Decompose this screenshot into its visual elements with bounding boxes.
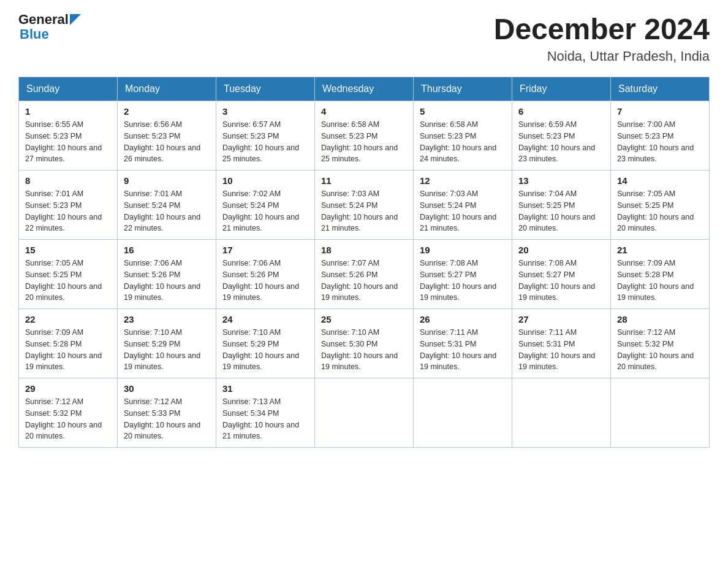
day-number: 11 xyxy=(321,175,407,186)
calendar-day-cell xyxy=(414,378,512,448)
day-number: 19 xyxy=(420,245,506,255)
day-number: 21 xyxy=(617,245,703,255)
day-info: Sunrise: 7:01 AMSunset: 5:24 PMDaylight:… xyxy=(124,188,210,234)
day-of-week-header: Thursday xyxy=(414,77,512,101)
day-info: Sunrise: 7:07 AMSunset: 5:26 PMDaylight:… xyxy=(321,258,407,304)
calendar-day-cell: 4Sunrise: 6:58 AMSunset: 5:23 PMDaylight… xyxy=(315,101,414,170)
day-number: 10 xyxy=(222,175,308,186)
day-info: Sunrise: 6:59 AMSunset: 5:23 PMDaylight:… xyxy=(518,119,604,165)
calendar-body: 1Sunrise: 6:55 AMSunset: 5:23 PMDaylight… xyxy=(19,101,710,448)
svg-marker-0 xyxy=(70,14,81,25)
calendar-day-cell: 24Sunrise: 7:10 AMSunset: 5:29 PMDayligh… xyxy=(216,309,315,378)
calendar-day-cell: 21Sunrise: 7:09 AMSunset: 5:28 PMDayligh… xyxy=(611,240,710,309)
calendar-day-cell: 17Sunrise: 7:06 AMSunset: 5:26 PMDayligh… xyxy=(216,240,315,309)
day-of-week-header: Saturday xyxy=(611,77,710,101)
day-number: 4 xyxy=(321,106,407,117)
day-number: 16 xyxy=(124,245,210,255)
calendar-week-row: 29Sunrise: 7:12 AMSunset: 5:32 PMDayligh… xyxy=(19,378,710,448)
calendar-week-row: 22Sunrise: 7:09 AMSunset: 5:28 PMDayligh… xyxy=(19,309,710,378)
logo-general: General xyxy=(18,12,69,27)
day-info: Sunrise: 7:03 AMSunset: 5:24 PMDaylight:… xyxy=(420,188,506,234)
calendar-day-cell: 31Sunrise: 7:13 AMSunset: 5:34 PMDayligh… xyxy=(216,378,315,448)
calendar-day-cell: 18Sunrise: 7:07 AMSunset: 5:26 PMDayligh… xyxy=(315,240,414,309)
calendar-day-cell: 5Sunrise: 6:58 AMSunset: 5:23 PMDaylight… xyxy=(414,101,512,170)
logo: General Blue xyxy=(18,12,81,42)
day-info: Sunrise: 7:01 AMSunset: 5:23 PMDaylight:… xyxy=(25,188,111,234)
calendar-day-cell xyxy=(315,378,414,448)
title-block: December 2024 Noida, Uttar Pradesh, Indi… xyxy=(494,12,710,64)
day-number: 7 xyxy=(617,106,703,117)
calendar-day-cell: 30Sunrise: 7:12 AMSunset: 5:33 PMDayligh… xyxy=(118,378,216,448)
day-number: 12 xyxy=(420,175,506,186)
calendar-day-cell: 9Sunrise: 7:01 AMSunset: 5:24 PMDaylight… xyxy=(118,170,216,240)
day-of-week-header: Monday xyxy=(118,77,216,101)
day-info: Sunrise: 7:12 AMSunset: 5:32 PMDaylight:… xyxy=(25,396,111,442)
calendar-day-cell xyxy=(611,378,710,448)
day-info: Sunrise: 7:05 AMSunset: 5:25 PMDaylight:… xyxy=(25,258,111,304)
day-number: 6 xyxy=(518,106,604,117)
calendar-table: SundayMondayTuesdayWednesdayThursdayFrid… xyxy=(18,77,710,448)
day-number: 22 xyxy=(25,314,111,324)
calendar-day-cell xyxy=(512,378,611,448)
calendar-day-cell: 25Sunrise: 7:10 AMSunset: 5:30 PMDayligh… xyxy=(315,309,414,378)
day-info: Sunrise: 7:06 AMSunset: 5:26 PMDaylight:… xyxy=(124,258,210,304)
calendar-day-cell: 13Sunrise: 7:04 AMSunset: 5:25 PMDayligh… xyxy=(512,170,611,240)
day-info: Sunrise: 7:10 AMSunset: 5:29 PMDaylight:… xyxy=(124,327,210,373)
calendar-week-row: 1Sunrise: 6:55 AMSunset: 5:23 PMDaylight… xyxy=(19,101,710,170)
calendar-day-cell: 20Sunrise: 7:08 AMSunset: 5:27 PMDayligh… xyxy=(512,240,611,309)
calendar-week-row: 8Sunrise: 7:01 AMSunset: 5:23 PMDaylight… xyxy=(19,170,710,240)
day-info: Sunrise: 6:57 AMSunset: 5:23 PMDaylight:… xyxy=(222,119,308,165)
calendar-day-cell: 27Sunrise: 7:11 AMSunset: 5:31 PMDayligh… xyxy=(512,309,611,378)
day-info: Sunrise: 6:58 AMSunset: 5:23 PMDaylight:… xyxy=(321,119,407,165)
calendar-day-cell: 23Sunrise: 7:10 AMSunset: 5:29 PMDayligh… xyxy=(118,309,216,378)
day-number: 24 xyxy=(222,314,308,324)
calendar-day-cell: 11Sunrise: 7:03 AMSunset: 5:24 PMDayligh… xyxy=(315,170,414,240)
day-info: Sunrise: 7:11 AMSunset: 5:31 PMDaylight:… xyxy=(420,327,506,373)
day-info: Sunrise: 6:58 AMSunset: 5:23 PMDaylight:… xyxy=(420,119,506,165)
day-info: Sunrise: 7:08 AMSunset: 5:27 PMDaylight:… xyxy=(518,258,604,304)
day-info: Sunrise: 7:13 AMSunset: 5:34 PMDaylight:… xyxy=(222,396,308,442)
calendar-day-cell: 8Sunrise: 7:01 AMSunset: 5:23 PMDaylight… xyxy=(19,170,118,240)
day-number: 27 xyxy=(518,314,604,324)
calendar-day-cell: 28Sunrise: 7:12 AMSunset: 5:32 PMDayligh… xyxy=(611,309,710,378)
day-of-week-header: Tuesday xyxy=(216,77,315,101)
day-number: 3 xyxy=(222,106,308,117)
page-header: General Blue December 2024 Noida, Uttar … xyxy=(18,12,710,64)
day-number: 30 xyxy=(124,383,210,394)
day-number: 23 xyxy=(124,314,210,324)
day-number: 8 xyxy=(25,175,111,186)
day-info: Sunrise: 7:03 AMSunset: 5:24 PMDaylight:… xyxy=(321,188,407,234)
day-info: Sunrise: 7:10 AMSunset: 5:29 PMDaylight:… xyxy=(222,327,308,373)
day-number: 9 xyxy=(124,175,210,186)
calendar-day-cell: 19Sunrise: 7:08 AMSunset: 5:27 PMDayligh… xyxy=(414,240,512,309)
calendar-day-cell: 6Sunrise: 6:59 AMSunset: 5:23 PMDaylight… xyxy=(512,101,611,170)
day-number: 5 xyxy=(420,106,506,117)
day-info: Sunrise: 7:10 AMSunset: 5:30 PMDaylight:… xyxy=(321,327,407,373)
calendar-day-cell: 29Sunrise: 7:12 AMSunset: 5:32 PMDayligh… xyxy=(19,378,118,448)
calendar-title: December 2024 xyxy=(494,12,710,46)
day-number: 2 xyxy=(124,106,210,117)
day-number: 31 xyxy=(222,383,308,394)
day-number: 26 xyxy=(420,314,506,324)
day-number: 18 xyxy=(321,245,407,255)
calendar-day-cell: 1Sunrise: 6:55 AMSunset: 5:23 PMDaylight… xyxy=(19,101,118,170)
day-info: Sunrise: 7:12 AMSunset: 5:32 PMDaylight:… xyxy=(617,327,703,373)
day-info: Sunrise: 7:04 AMSunset: 5:25 PMDaylight:… xyxy=(518,188,604,234)
calendar-header: SundayMondayTuesdayWednesdayThursdayFrid… xyxy=(19,77,710,101)
calendar-day-cell: 22Sunrise: 7:09 AMSunset: 5:28 PMDayligh… xyxy=(19,309,118,378)
day-info: Sunrise: 7:09 AMSunset: 5:28 PMDaylight:… xyxy=(25,327,111,373)
calendar-day-cell: 16Sunrise: 7:06 AMSunset: 5:26 PMDayligh… xyxy=(118,240,216,309)
day-info: Sunrise: 7:05 AMSunset: 5:25 PMDaylight:… xyxy=(617,188,703,234)
day-info: Sunrise: 7:00 AMSunset: 5:23 PMDaylight:… xyxy=(617,119,703,165)
day-info: Sunrise: 6:55 AMSunset: 5:23 PMDaylight:… xyxy=(25,119,111,165)
day-number: 13 xyxy=(518,175,604,186)
day-number: 15 xyxy=(25,245,111,255)
day-number: 17 xyxy=(222,245,308,255)
day-of-week-header: Sunday xyxy=(19,77,118,101)
calendar-day-cell: 14Sunrise: 7:05 AMSunset: 5:25 PMDayligh… xyxy=(611,170,710,240)
day-number: 20 xyxy=(518,245,604,255)
logo-triangle-icon xyxy=(70,14,81,25)
calendar-day-cell: 7Sunrise: 7:00 AMSunset: 5:23 PMDaylight… xyxy=(611,101,710,170)
day-info: Sunrise: 7:09 AMSunset: 5:28 PMDaylight:… xyxy=(617,258,703,304)
days-of-week-row: SundayMondayTuesdayWednesdayThursdayFrid… xyxy=(19,77,710,101)
